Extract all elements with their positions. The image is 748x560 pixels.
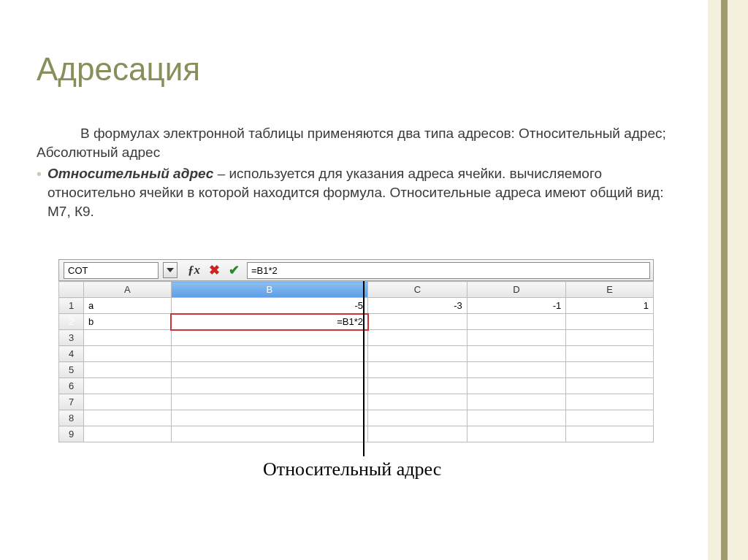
formula-bar: COT ƒx ✖ ✔ =B1*2 xyxy=(58,259,654,281)
cell-b1[interactable]: -5 xyxy=(171,298,367,314)
cell-e2[interactable] xyxy=(566,314,654,330)
cell-c7[interactable] xyxy=(368,394,468,410)
col-header-d[interactable]: D xyxy=(467,282,566,298)
row-header-7[interactable]: 7 xyxy=(59,394,84,410)
namebox-dropdown[interactable] xyxy=(163,262,178,278)
cell-b6[interactable] xyxy=(171,378,367,394)
col-header-b[interactable]: B xyxy=(171,282,367,298)
bullet-item: • Относительный адрес – используется для… xyxy=(37,164,682,220)
row-header-5[interactable]: 5 xyxy=(59,362,84,378)
cell-c4[interactable] xyxy=(368,346,468,362)
cancel-icon[interactable]: ✖ xyxy=(209,262,220,278)
row-header-4[interactable]: 4 xyxy=(59,346,84,362)
cell-c2[interactable] xyxy=(368,314,468,330)
cell-a1[interactable]: a xyxy=(84,298,172,314)
cell-c6[interactable] xyxy=(368,378,468,394)
fx-icon[interactable]: ƒx xyxy=(188,263,200,277)
row-header-2[interactable]: 2 xyxy=(59,314,84,330)
cell-b9[interactable] xyxy=(171,426,367,442)
row-header-3[interactable]: 3 xyxy=(59,330,84,346)
formula-input[interactable]: =B1*2 xyxy=(247,262,650,279)
cell-e6[interactable] xyxy=(566,378,654,394)
cell-a2[interactable]: b xyxy=(84,314,172,330)
cell-b5[interactable] xyxy=(171,362,367,378)
cell-a7[interactable] xyxy=(84,394,172,410)
cell-a9[interactable] xyxy=(84,426,172,442)
cell-e3[interactable] xyxy=(566,330,654,346)
cell-e5[interactable] xyxy=(566,362,654,378)
cell-d8[interactable] xyxy=(467,410,566,426)
slide-title: Адресация xyxy=(37,51,200,88)
cell-e7[interactable] xyxy=(566,394,654,410)
cell-c9[interactable] xyxy=(368,426,468,442)
slide-content: В формулах электронной таблицы применяют… xyxy=(37,124,682,220)
cell-e9[interactable] xyxy=(566,426,654,442)
cell-d1[interactable]: -1 xyxy=(467,298,566,314)
col-header-a[interactable]: A xyxy=(84,282,172,298)
cell-c3[interactable] xyxy=(368,330,468,346)
right-accent-narrow xyxy=(721,0,728,560)
cell-d5[interactable] xyxy=(467,362,566,378)
cell-a4[interactable] xyxy=(84,346,172,362)
cell-b4[interactable] xyxy=(171,346,367,362)
cell-d2[interactable] xyxy=(467,314,566,330)
cell-b3[interactable] xyxy=(171,330,367,346)
bullet-term: Относительный адрес xyxy=(47,166,213,181)
cell-e8[interactable] xyxy=(566,410,654,426)
cell-a5[interactable] xyxy=(84,362,172,378)
chevron-down-icon xyxy=(167,268,174,272)
cell-d4[interactable] xyxy=(467,346,566,362)
spreadsheet-grid: A B C D E 1 a -5 -3 -1 1 2 b =B1*2 xyxy=(58,281,654,442)
cell-c8[interactable] xyxy=(368,410,468,426)
cell-b2[interactable]: =B1*2 xyxy=(171,314,367,330)
accept-icon[interactable]: ✔ xyxy=(229,262,240,278)
bullet-text: Относительный адрес – используется для у… xyxy=(47,164,682,220)
callout-line xyxy=(363,281,365,456)
corner-header[interactable] xyxy=(59,282,84,298)
right-accent-wide xyxy=(708,0,748,560)
bullet-dot-icon: • xyxy=(37,164,42,184)
cell-e1[interactable]: 1 xyxy=(566,298,654,314)
cell-d9[interactable] xyxy=(467,426,566,442)
cell-c5[interactable] xyxy=(368,362,468,378)
col-header-e[interactable]: E xyxy=(566,282,654,298)
cell-b8[interactable] xyxy=(171,410,367,426)
name-box[interactable]: COT xyxy=(64,262,159,279)
cell-a3[interactable] xyxy=(84,330,172,346)
row-header-8[interactable]: 8 xyxy=(59,410,84,426)
cell-d6[interactable] xyxy=(467,378,566,394)
cell-a8[interactable] xyxy=(84,410,172,426)
callout-label: Относительный адрес xyxy=(263,459,441,480)
cell-a6[interactable] xyxy=(84,378,172,394)
col-header-c[interactable]: C xyxy=(368,282,468,298)
cell-e4[interactable] xyxy=(566,346,654,362)
cell-d7[interactable] xyxy=(467,394,566,410)
paragraph-intro: В формулах электронной таблицы применяют… xyxy=(37,124,682,161)
row-header-1[interactable]: 1 xyxy=(59,298,84,314)
spreadsheet-screenshot: COT ƒx ✖ ✔ =B1*2 A B C D E 1 a xyxy=(58,259,654,442)
cell-b7[interactable] xyxy=(171,394,367,410)
row-header-6[interactable]: 6 xyxy=(59,378,84,394)
row-header-9[interactable]: 9 xyxy=(59,426,84,442)
cell-c1[interactable]: -3 xyxy=(368,298,468,314)
cell-d3[interactable] xyxy=(467,330,566,346)
